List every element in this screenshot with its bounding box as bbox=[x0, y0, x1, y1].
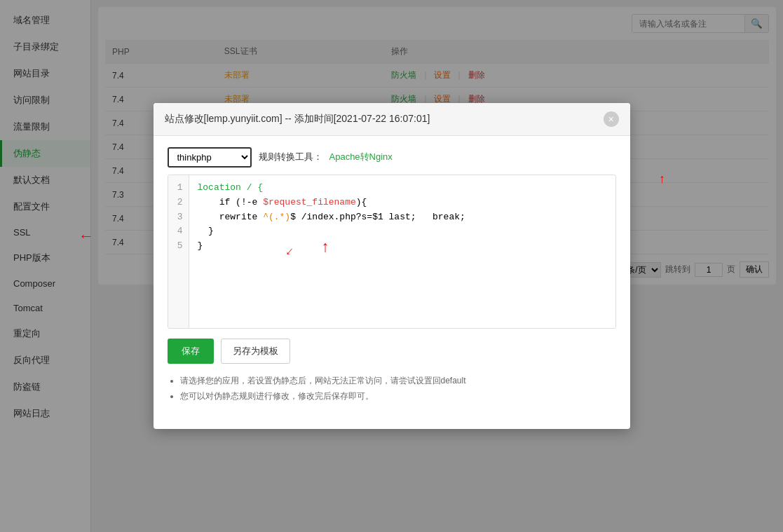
convert-tool-label: 规则转换工具： bbox=[259, 151, 322, 163]
convert-tool-link[interactable]: Apache转Nginx bbox=[329, 151, 393, 163]
tips: 请选择您的应用，若设置伪静态后，网站无法正常访问，请尝试设置回default您可… bbox=[168, 374, 616, 404]
code-content[interactable]: location / { if (!-e $request_filename){… bbox=[189, 175, 615, 328]
line-numbers: 1 2 3 4 5 bbox=[168, 175, 189, 328]
tip-0: 请选择您的应用，若设置伪静态后，网站无法正常访问，请尝试设置回default bbox=[180, 374, 616, 389]
toolbar-row: thinkphp laravel wordpress discuz defaul… bbox=[168, 147, 616, 168]
code-editor[interactable]: 1 2 3 4 5 location / { if (!-e $request_… bbox=[168, 175, 616, 329]
modal-dialog: 站点修改[lemp.yunyiit.com] -- 添加时间[2021-07-2… bbox=[154, 103, 630, 429]
save-template-button[interactable]: 另存为模板 bbox=[221, 339, 290, 364]
modal-header: 站点修改[lemp.yunyiit.com] -- 添加时间[2021-07-2… bbox=[154, 103, 630, 136]
modal-body: thinkphp laravel wordpress discuz defaul… bbox=[154, 136, 630, 415]
action-buttons: 保存 另存为模板 bbox=[168, 339, 616, 364]
save-button[interactable]: 保存 bbox=[168, 339, 214, 364]
modal-close-button[interactable]: × bbox=[604, 111, 619, 127]
modal-overlay: 站点修改[lemp.yunyiit.com] -- 添加时间[2021-07-2… bbox=[0, 0, 783, 532]
framework-select[interactable]: thinkphp laravel wordpress discuz defaul… bbox=[168, 147, 252, 168]
modal-title: 站点修改[lemp.yunyiit.com] -- 添加时间[2021-07-2… bbox=[165, 113, 430, 125]
tip-1: 您可以对伪静态规则进行修改，修改完后保存即可。 bbox=[180, 389, 616, 404]
